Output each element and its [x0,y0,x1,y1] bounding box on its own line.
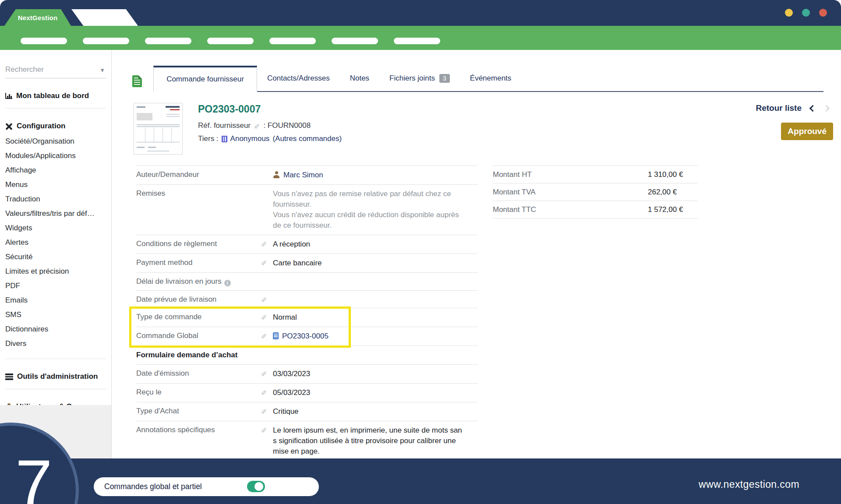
sidebar-item[interactable]: Valeurs/filtres/tris par déf… [5,206,106,221]
menu-item-placeholder[interactable] [145,38,191,44]
chevron-left-icon[interactable] [809,105,816,112]
edit-pencil-icon[interactable] [261,370,267,377]
row-value: Vous n'avez pas de remise relative par d… [273,189,478,231]
sidebar-item[interactable]: Widgets [5,221,106,235]
list-navigation: Retour liste [756,103,829,113]
menu-item-placeholder[interactable] [83,38,129,44]
sidebar-item[interactable]: Emails [5,293,106,307]
row-value-text: Critique [273,406,299,417]
sidebar-item[interactable]: SMS [5,307,106,322]
edit-pencil-icon[interactable] [254,122,260,129]
edit-pencil-icon[interactable] [261,388,267,395]
amount-label: Montant HT [493,170,648,179]
menu-placeholder-row [21,38,440,44]
sidebar-item[interactable]: Alertes [5,235,106,250]
amount-row: Montant HT1 310,00 € [493,166,698,183]
sidebar-item[interactable]: Menus [5,177,106,192]
sidebar-item[interactable]: Sécurité [5,250,106,264]
row-edit-slot [261,388,273,396]
row-label: Type de commande [136,312,261,321]
info-icon[interactable]: i [224,280,231,286]
title-bar: NextGestion [0,0,841,26]
row-label-text: Type de commande [136,313,201,321]
sidebar-item[interactable]: Modules/Applications [5,148,106,163]
row-label: Date prévue de livraison [136,295,261,304]
tab-label: Commande fournisseur [166,75,244,84]
row-value: A réception [273,239,478,250]
window-button-red-icon[interactable] [819,9,827,17]
row-label-text: Reçu le [136,388,162,396]
window-controls [785,9,827,17]
row-value-text: Carte bancaire [273,258,322,268]
third-party-link[interactable]: Anonymous [230,134,270,143]
chevron-down-icon[interactable]: ▼ [99,67,105,74]
table-row: Date prévue de livraison [136,291,478,308]
sidebar-item[interactable]: Traduction [5,192,106,206]
edit-pencil-icon[interactable] [261,240,267,247]
search-input[interactable] [5,63,93,76]
sidebar-item[interactable]: Divers [5,336,106,351]
sidebar-item[interactable]: Affichage [5,163,106,177]
menu-item-placeholder[interactable] [269,38,316,44]
third-party-line: Tiers : Anonymous (Autres commandes) [198,134,342,143]
amount-value: 1 310,00 € [648,170,698,179]
chevron-right-icon[interactable] [823,105,830,112]
row-label: Date d'émission [136,369,261,378]
row-label: Conditions de règlement [136,239,261,248]
tab-contacts-adresses[interactable]: Contacts/Adresses [257,66,340,91]
sidebar-item[interactable]: PDF [5,278,106,293]
toggle-switch[interactable] [247,481,265,492]
edit-pencil-icon[interactable] [261,313,267,320]
row-label: Commande Global [136,331,261,340]
sidebar-item[interactable]: Dictionnaires [5,322,106,336]
edit-pencil-icon[interactable] [261,407,267,414]
window-button-yellow-icon[interactable] [785,9,793,17]
window-button-teal-icon[interactable] [802,9,810,17]
row-value-text[interactable]: Marc Simon [283,170,323,180]
row-label-text: Auteur/Demandeur [136,170,199,179]
main-content: Commande fournisseurContacts/AdressesNot… [112,50,841,458]
menu-item-placeholder[interactable] [21,38,67,44]
row-value: 03/03/2023 [273,369,478,379]
sidebar-item[interactable]: Limites et précision [5,264,106,278]
edit-pencil-icon[interactable] [261,332,267,339]
other-orders-link[interactable]: (Autres commandes) [272,134,342,143]
brand-tab[interactable]: NextGestion [4,9,71,26]
edit-pencil-icon[interactable] [261,259,267,266]
tab-notes[interactable]: Notes [340,66,379,91]
order-file-icon[interactable] [132,75,142,87]
supplier-ref-value: : FOURN0008 [263,121,311,130]
edit-pencil-icon[interactable] [261,296,267,303]
row-value-text: Le lorem ipsum est, en imprimerie, une s… [273,425,462,457]
row-value-text[interactable]: PO2303-0005 [282,331,329,342]
sidebar-item-dashboard[interactable]: Mon tableau de bord [5,92,106,100]
user-icon [273,171,280,178]
row-edit-slot [261,369,273,377]
tab-label: Notes [350,74,369,83]
tab-commande-fournisseur[interactable]: Commande fournisseur [153,66,257,92]
row-value: PO2303-0005 [273,331,478,342]
menu-item-placeholder[interactable] [394,38,440,44]
divider [5,359,106,359]
section-title: Formulaire demande d’achat [136,351,237,359]
secondary-tab[interactable] [71,9,138,26]
tab--v-nements[interactable]: Événements [460,66,522,91]
building-icon [222,136,227,142]
server-icon [5,374,13,380]
document-thumbnail[interactable] [134,103,183,155]
row-edit-slot [261,189,273,189]
menu-item-placeholder[interactable] [207,38,254,44]
sidebar-item-admin-tools[interactable]: Outils d'administration [5,372,106,381]
table-row: Conditions de règlementA réception [136,235,478,254]
edit-pencil-icon[interactable] [261,426,267,433]
row-label-text: Date prévue de livraison [136,295,216,303]
tab-fichiers-joints[interactable]: Fichiers joints3 [379,66,460,91]
row-edit-slot [261,425,273,434]
sidebar-item-configuration[interactable]: Configuration [5,122,106,130]
menu-item-placeholder[interactable] [332,38,378,44]
row-value: 05/03/2023 [273,388,478,398]
status-badge: Approuvé [781,123,833,140]
table-row: Annotations spécifiquesLe lorem ipsum es… [136,421,478,461]
sidebar-item[interactable]: Société/Organisation [5,134,106,148]
back-to-list-link[interactable]: Retour liste [756,103,802,113]
